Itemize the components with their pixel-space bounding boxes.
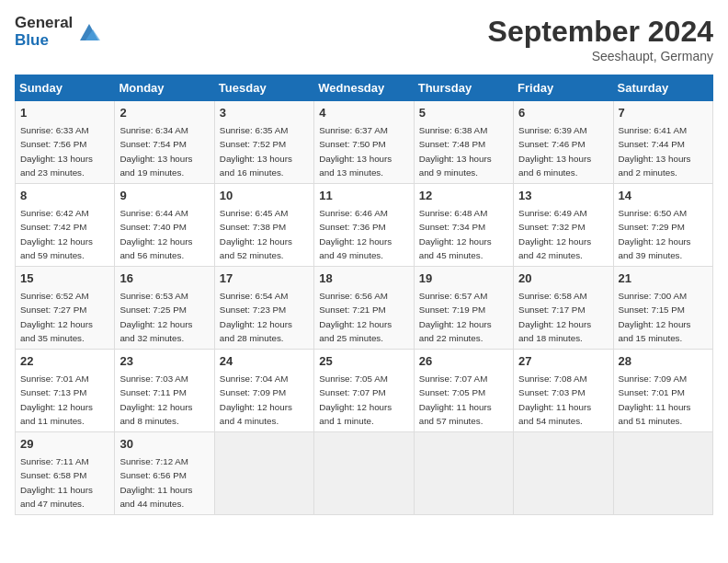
day-cell: [414, 432, 513, 515]
day-cell: 13Sunrise: 6:49 AM Sunset: 7:32 PM Dayli…: [514, 184, 613, 267]
day-info: Sunrise: 7:00 AM Sunset: 7:15 PM Dayligh…: [619, 291, 691, 343]
day-number: 6: [518, 105, 608, 121]
day-info: Sunrise: 7:09 AM Sunset: 7:01 PM Dayligh…: [619, 373, 691, 426]
day-cell: 28Sunrise: 7:09 AM Sunset: 7:01 PM Dayli…: [613, 350, 712, 432]
day-number: 28: [619, 353, 708, 370]
col-friday: Friday: [514, 75, 613, 101]
day-info: Sunrise: 6:50 AM Sunset: 7:29 PM Dayligh…: [619, 208, 691, 260]
day-cell: 17Sunrise: 6:54 AM Sunset: 7:23 PM Dayli…: [214, 267, 313, 350]
header-row: Sunday Monday Tuesday Wednesday Thursday…: [16, 75, 713, 101]
location: Seeshaupt, Germany: [488, 49, 713, 63]
col-thursday: Thursday: [414, 75, 513, 101]
day-info: Sunrise: 6:41 AM Sunset: 7:44 PM Dayligh…: [619, 125, 691, 178]
day-cell: [613, 432, 712, 515]
day-info: Sunrise: 6:54 AM Sunset: 7:23 PM Dayligh…: [220, 291, 292, 343]
day-number: 2: [119, 105, 209, 121]
day-number: 7: [619, 105, 708, 121]
day-number: 18: [319, 270, 408, 287]
title-block: September 2024 Seeshaupt, Germany: [488, 15, 713, 63]
day-info: Sunrise: 6:35 AM Sunset: 7:52 PM Dayligh…: [220, 125, 292, 178]
day-cell: 9Sunrise: 6:44 AM Sunset: 7:40 PM Daylig…: [115, 184, 214, 267]
day-number: 8: [20, 188, 109, 204]
day-number: 16: [119, 270, 209, 287]
day-number: 24: [220, 353, 309, 370]
day-number: 21: [619, 270, 708, 287]
col-monday: Monday: [115, 75, 214, 101]
day-number: 26: [419, 353, 508, 370]
week-row: 1Sunrise: 6:33 AM Sunset: 7:56 PM Daylig…: [16, 101, 713, 184]
day-cell: 4Sunrise: 6:37 AM Sunset: 7:50 PM Daylig…: [314, 101, 414, 184]
day-cell: 21Sunrise: 7:00 AM Sunset: 7:15 PM Dayli…: [613, 267, 712, 350]
day-info: Sunrise: 7:08 AM Sunset: 7:03 PM Dayligh…: [518, 373, 591, 426]
day-info: Sunrise: 7:05 AM Sunset: 7:07 PM Dayligh…: [319, 373, 392, 426]
day-number: 10: [220, 188, 309, 204]
day-info: Sunrise: 6:48 AM Sunset: 7:34 PM Dayligh…: [419, 208, 492, 260]
calendar-table: Sunday Monday Tuesday Wednesday Thursday…: [15, 75, 713, 515]
day-number: 3: [220, 105, 309, 121]
day-cell: 14Sunrise: 6:50 AM Sunset: 7:29 PM Dayli…: [613, 184, 712, 267]
week-row: 15Sunrise: 6:52 AM Sunset: 7:27 PM Dayli…: [16, 267, 713, 350]
day-number: 13: [518, 188, 608, 204]
day-cell: 25Sunrise: 7:05 AM Sunset: 7:07 PM Dayli…: [314, 350, 414, 432]
day-info: Sunrise: 7:04 AM Sunset: 7:09 PM Dayligh…: [220, 373, 292, 426]
page-header: General Blue September 2024 Seeshaupt, G…: [15, 15, 713, 63]
day-cell: 6Sunrise: 6:39 AM Sunset: 7:46 PM Daylig…: [514, 101, 613, 184]
week-row: 29Sunrise: 7:11 AM Sunset: 6:58 PM Dayli…: [16, 432, 713, 515]
day-number: 4: [319, 105, 408, 121]
col-saturday: Saturday: [613, 75, 712, 101]
month-title: September 2024: [488, 15, 713, 49]
day-info: Sunrise: 6:39 AM Sunset: 7:46 PM Dayligh…: [518, 125, 591, 178]
day-number: 5: [419, 105, 508, 121]
day-info: Sunrise: 6:57 AM Sunset: 7:19 PM Dayligh…: [419, 291, 492, 343]
col-sunday: Sunday: [16, 75, 115, 101]
day-info: Sunrise: 6:33 AM Sunset: 7:56 PM Dayligh…: [20, 125, 93, 178]
day-cell: 20Sunrise: 6:58 AM Sunset: 7:17 PM Dayli…: [514, 267, 613, 350]
day-number: 27: [518, 353, 608, 370]
day-cell: [214, 432, 313, 515]
day-cell: 8Sunrise: 6:42 AM Sunset: 7:42 PM Daylig…: [16, 184, 115, 267]
day-cell: [514, 432, 613, 515]
day-number: 11: [319, 188, 408, 204]
day-info: Sunrise: 6:34 AM Sunset: 7:54 PM Dayligh…: [119, 125, 192, 178]
logo-icon: [76, 20, 102, 44]
day-info: Sunrise: 6:42 AM Sunset: 7:42 PM Dayligh…: [20, 208, 93, 260]
day-cell: 18Sunrise: 6:56 AM Sunset: 7:21 PM Dayli…: [314, 267, 414, 350]
day-number: 12: [419, 188, 508, 204]
logo-blue: Blue: [15, 32, 73, 50]
day-cell: 24Sunrise: 7:04 AM Sunset: 7:09 PM Dayli…: [214, 350, 313, 432]
day-info: Sunrise: 7:12 AM Sunset: 6:56 PM Dayligh…: [119, 456, 192, 509]
week-row: 8Sunrise: 6:42 AM Sunset: 7:42 PM Daylig…: [16, 184, 713, 267]
day-number: 29: [20, 436, 109, 453]
day-info: Sunrise: 6:56 AM Sunset: 7:21 PM Dayligh…: [319, 291, 392, 343]
day-info: Sunrise: 6:38 AM Sunset: 7:48 PM Dayligh…: [419, 125, 492, 178]
day-info: Sunrise: 6:49 AM Sunset: 7:32 PM Dayligh…: [518, 208, 591, 260]
day-number: 19: [419, 270, 508, 287]
day-info: Sunrise: 6:45 AM Sunset: 7:38 PM Dayligh…: [220, 208, 292, 260]
day-info: Sunrise: 6:58 AM Sunset: 7:17 PM Dayligh…: [518, 291, 591, 343]
day-cell: 26Sunrise: 7:07 AM Sunset: 7:05 PM Dayli…: [414, 350, 513, 432]
day-cell: 1Sunrise: 6:33 AM Sunset: 7:56 PM Daylig…: [16, 101, 115, 184]
logo: General Blue: [15, 15, 102, 49]
day-number: 23: [119, 353, 209, 370]
day-cell: 12Sunrise: 6:48 AM Sunset: 7:34 PM Dayli…: [414, 184, 513, 267]
day-info: Sunrise: 6:53 AM Sunset: 7:25 PM Dayligh…: [119, 291, 192, 343]
day-number: 30: [119, 436, 209, 453]
day-cell: 5Sunrise: 6:38 AM Sunset: 7:48 PM Daylig…: [414, 101, 513, 184]
day-info: Sunrise: 6:44 AM Sunset: 7:40 PM Dayligh…: [119, 208, 192, 260]
day-number: 25: [319, 353, 408, 370]
day-cell: 29Sunrise: 7:11 AM Sunset: 6:58 PM Dayli…: [16, 432, 115, 515]
day-info: Sunrise: 7:03 AM Sunset: 7:11 PM Dayligh…: [119, 373, 192, 426]
day-cell: 19Sunrise: 6:57 AM Sunset: 7:19 PM Dayli…: [414, 267, 513, 350]
day-info: Sunrise: 7:01 AM Sunset: 7:13 PM Dayligh…: [20, 373, 93, 426]
day-number: 20: [518, 270, 608, 287]
day-info: Sunrise: 6:46 AM Sunset: 7:36 PM Dayligh…: [319, 208, 392, 260]
day-number: 17: [220, 270, 309, 287]
day-cell: 16Sunrise: 6:53 AM Sunset: 7:25 PM Dayli…: [115, 267, 214, 350]
day-cell: 2Sunrise: 6:34 AM Sunset: 7:54 PM Daylig…: [115, 101, 214, 184]
col-wednesday: Wednesday: [314, 75, 414, 101]
week-row: 22Sunrise: 7:01 AM Sunset: 7:13 PM Dayli…: [16, 350, 713, 432]
day-info: Sunrise: 6:37 AM Sunset: 7:50 PM Dayligh…: [319, 125, 392, 178]
day-info: Sunrise: 7:11 AM Sunset: 6:58 PM Dayligh…: [20, 456, 93, 509]
day-cell: [314, 432, 414, 515]
day-number: 9: [119, 188, 209, 204]
